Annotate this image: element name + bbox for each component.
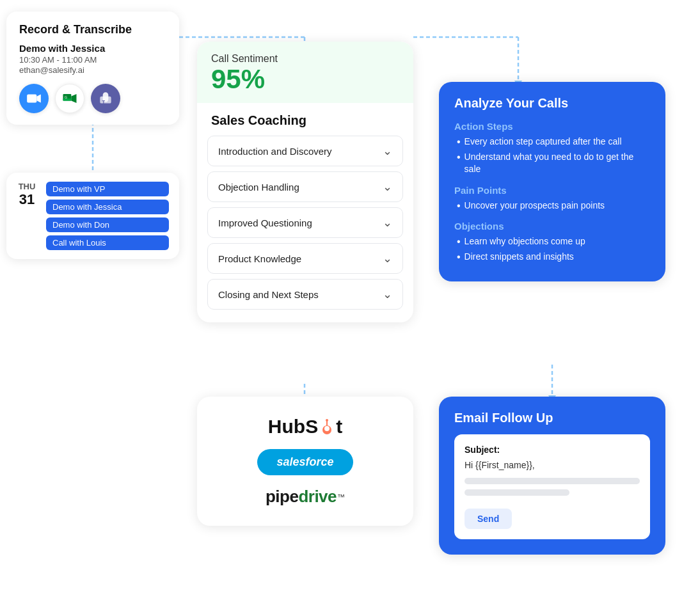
pipedrive-logo: pipe drive ™ xyxy=(266,487,345,507)
google-meet-icon[interactable]: G xyxy=(55,84,84,113)
hubspot-logo: HubS t xyxy=(268,416,342,438)
svg-text:G: G xyxy=(65,95,68,99)
objections-section-title: Objections xyxy=(454,221,650,232)
salesforce-logo: salesforce xyxy=(257,449,353,475)
zoom-icon[interactable] xyxy=(19,84,49,113)
hubspot-icon xyxy=(319,419,335,434)
send-button[interactable]: Send xyxy=(465,509,512,529)
coaching-item-3[interactable]: Improved Questioning ⌄ xyxy=(207,207,403,238)
svg-point-24 xyxy=(326,419,328,422)
coaching-item-2[interactable]: Objection Handling ⌄ xyxy=(207,171,403,202)
pain-points-section-title: Pain Points xyxy=(454,185,650,196)
email-title: Email Follow Up xyxy=(454,411,650,425)
coaching-item-2-label: Objection Handling xyxy=(218,182,299,193)
email-greeting: Hi {{First_name}}, xyxy=(465,460,640,470)
svg-rect-12 xyxy=(27,95,36,103)
coaching-item-1-label: Introduction and Discovery xyxy=(218,146,332,157)
email-content: Subject: Hi {{First_name}}, Send xyxy=(454,434,650,539)
calendar-day: THU 31 xyxy=(17,182,37,208)
svg-text:T: T xyxy=(102,99,106,105)
record-email: ethan@salesify.ai xyxy=(19,65,166,75)
calendar-event-4[interactable]: Call with Louis xyxy=(46,235,169,250)
sentiment-label: Call Sentiment xyxy=(211,53,399,65)
email-followup-card: Email Follow Up Subject: Hi {{First_name… xyxy=(439,397,665,555)
coaching-item-4-label: Product Knowledge xyxy=(218,253,301,264)
coaching-items-list: Introduction and Discovery ⌄ Objection H… xyxy=(197,136,413,310)
record-demo-title: Demo with Jessica xyxy=(19,43,166,54)
pipedrive-tm: ™ xyxy=(337,493,345,501)
sentiment-value: 95% xyxy=(211,65,399,94)
teams-icon[interactable]: T xyxy=(91,84,120,113)
analyze-title: Analyze Your Calls xyxy=(454,96,650,111)
svg-marker-15 xyxy=(71,94,76,103)
hubspot-text2: t xyxy=(336,416,342,438)
calendar-event-3[interactable]: Demo with Don xyxy=(46,217,169,232)
action-steps-section-title: Action Steps xyxy=(454,121,650,132)
action-step-bullet-2: • Understand what you need to do to get … xyxy=(457,151,650,176)
sentiment-header: Call Sentiment 95% xyxy=(197,42,413,103)
chevron-down-icon: ⌄ xyxy=(383,287,392,301)
calendar-event-1[interactable]: Demo with VP xyxy=(46,182,169,196)
analyze-calls-card: Analyze Your Calls Action Steps • Every … xyxy=(439,82,665,281)
svg-marker-13 xyxy=(36,95,41,103)
calendar-event-2[interactable]: Demo with Jessica xyxy=(46,200,169,214)
calendar-card: THU 31 Demo with VP Demo with Jessica De… xyxy=(6,173,179,259)
email-subject-label: Subject: xyxy=(465,445,640,455)
objections-bullet-2: • Direct snippets and insights xyxy=(457,251,650,264)
bullet-icon: • xyxy=(457,151,461,163)
pipedrive-text2: drive xyxy=(298,487,337,507)
record-time: 10:30 AM - 11:00 AM xyxy=(19,55,166,65)
pain-points-bullet-1: • Uncover your prospects pain points xyxy=(457,200,650,212)
objections-bullet-1: • Learn why objections come up xyxy=(457,235,650,248)
chevron-down-icon: ⌄ xyxy=(383,144,392,158)
email-body-line-1 xyxy=(465,478,640,484)
coaching-title: Sales Coaching xyxy=(197,103,413,136)
bullet-icon: • xyxy=(457,200,461,212)
coaching-item-5[interactable]: Closing and Next Steps ⌄ xyxy=(207,279,403,310)
sales-coaching-card: Call Sentiment 95% Sales Coaching Introd… xyxy=(197,42,413,322)
chevron-down-icon: ⌄ xyxy=(383,216,392,230)
crm-integrations-card: HubS t salesforce pipe drive ™ xyxy=(197,397,413,526)
calendar-day-num: 31 xyxy=(17,191,37,208)
hubspot-text: HubS xyxy=(268,416,318,438)
action-step-bullet-1: • Every action step captured after the c… xyxy=(457,136,650,148)
record-card-title: Record & Transcribe xyxy=(19,23,166,36)
pipedrive-text: pipe xyxy=(266,487,298,507)
coaching-item-4[interactable]: Product Knowledge ⌄ xyxy=(207,243,403,274)
calendar-day-name: THU xyxy=(17,182,37,191)
bullet-icon: • xyxy=(457,235,461,248)
bullet-icon: • xyxy=(457,136,461,148)
record-platform-icons: G T xyxy=(19,84,166,113)
svg-point-22 xyxy=(324,426,330,431)
chevron-down-icon: ⌄ xyxy=(383,180,392,194)
coaching-item-1[interactable]: Introduction and Discovery ⌄ xyxy=(207,136,403,166)
email-body-line-2 xyxy=(465,489,569,496)
bullet-icon: • xyxy=(457,251,461,263)
coaching-item-3-label: Improved Questioning xyxy=(218,217,312,228)
calendar-events: Demo with VP Demo with Jessica Demo with… xyxy=(46,182,169,250)
record-transcribe-card: Record & Transcribe Demo with Jessica 10… xyxy=(6,12,179,125)
coaching-item-5-label: Closing and Next Steps xyxy=(218,289,319,300)
chevron-down-icon: ⌄ xyxy=(383,251,392,265)
